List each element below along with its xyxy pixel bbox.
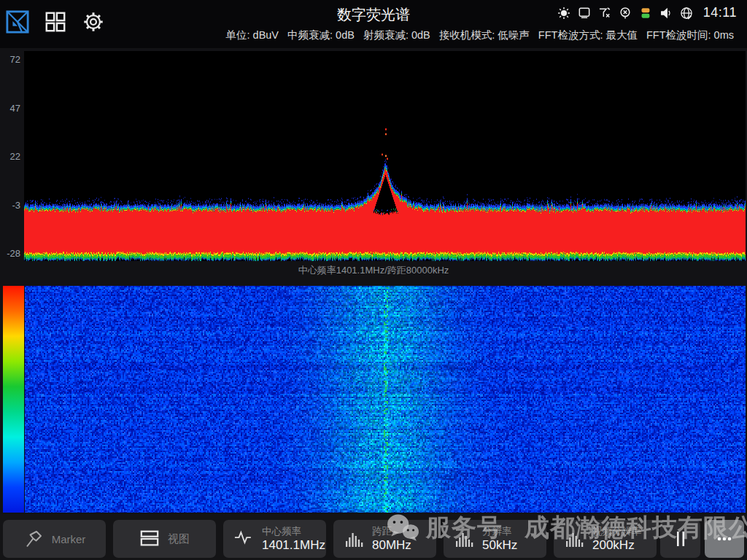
persistence-spectrum-display[interactable] [24, 51, 746, 261]
center-frequency-button[interactable]: 中心频率1401.1MHz [223, 520, 326, 558]
y-tick-0: 72 [0, 54, 20, 65]
y-tick-2: 22 [0, 151, 20, 162]
view-button[interactable]: 视图 [113, 520, 216, 558]
view-label: 视图 [168, 532, 190, 546]
brightness-icon [557, 6, 571, 20]
center-frequency-value: 1401.1MHz [262, 537, 325, 553]
more-button[interactable] [705, 520, 744, 558]
video-resolution-label: 视频分辨率 [592, 525, 642, 537]
param-3: 接收机模式: 低噪声 [439, 28, 530, 42]
acquisition-params-row: 单位: dBuV中频衰减: 0dB射频衰减: 0dB接收机模式: 低噪声FFT检… [226, 28, 734, 42]
span-button[interactable]: 跨距80MHz [333, 520, 436, 558]
span-value: 80MHz [372, 537, 411, 553]
clock: 14:11 [703, 5, 737, 20]
param-4: FFT检波方式: 最大值 [538, 28, 638, 42]
pause-button[interactable] [660, 520, 700, 558]
y-tick-1: 47 [0, 103, 20, 114]
waterfall-colorbar [3, 286, 24, 513]
video-resolution-value: 200kHz [592, 537, 642, 553]
spectrum-caption: 中心频率1401.1MHz/跨距80000kHz [0, 264, 747, 277]
spectrum-analyzer-app: 数字荧光谱 14:11 单位: dBuV中频衰减: 0dB射频衰减: 0dB接收… [0, 0, 747, 560]
bars-icon [565, 529, 585, 549]
bottom-toolbar: Marker视图中心频率1401.1MHz跨距80MHz分辨率50kHz视频分辨… [0, 514, 747, 560]
param-0: 单位: dBuV [226, 28, 279, 42]
no-signal-icon [597, 6, 612, 20]
marker-label: Marker [52, 533, 86, 545]
center-frequency-label: 中心频率 [262, 525, 325, 537]
dots-icon [714, 529, 735, 549]
pause-icon [670, 529, 691, 549]
span-label: 跨距 [372, 525, 411, 537]
y-tick-4: -28 [0, 248, 20, 259]
video-resolution-button[interactable]: 视频分辨率200kHz [554, 520, 657, 558]
status-leds-icon [638, 6, 653, 20]
resolution-button[interactable]: 分辨率50kHz [444, 520, 546, 558]
status-icons [557, 6, 694, 20]
resolution-value: 50kHz [482, 537, 517, 553]
waterfall-display[interactable] [25, 286, 746, 513]
resolution-label: 分辨率 [482, 525, 517, 537]
storage-icon [577, 6, 592, 20]
volume-icon [659, 6, 673, 20]
wave-icon [234, 529, 255, 549]
status-icon-cluster: 14:11 [557, 5, 737, 20]
param-2: 射频衰减: 0dB [363, 28, 430, 42]
param-1: 中频衰减: 0dB [287, 28, 355, 42]
marker-button[interactable]: Marker [3, 520, 106, 558]
no-network-icon [679, 6, 694, 20]
layers-icon [139, 529, 160, 549]
no-gps-icon [618, 6, 632, 20]
bars-icon [454, 529, 475, 549]
flag-icon [23, 529, 44, 549]
y-tick-3: -3 [0, 200, 20, 211]
top-bar: 数字荧光谱 14:11 单位: dBuV中频衰减: 0dB射频衰减: 0dB接收… [0, 0, 747, 48]
param-5: FFT检波时间: 0ms [646, 28, 734, 42]
bars-icon [344, 529, 365, 549]
